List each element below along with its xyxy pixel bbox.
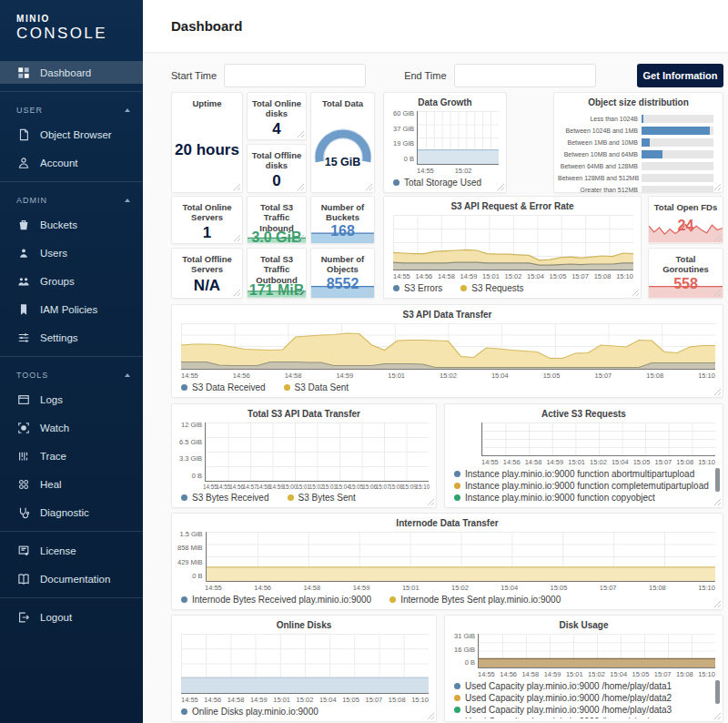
resize-grip[interactable] (713, 183, 721, 190)
start-time-field[interactable] (224, 64, 366, 87)
minio-logo: MINIO CONSOLE (0, 0, 143, 56)
dashboard-content: Start Time End Time Get Information Upti… (143, 52, 728, 722)
trace-icon (16, 449, 30, 463)
online-disks-plot (181, 634, 429, 694)
collapse-chevron-icon[interactable] (125, 108, 130, 112)
diagnostic-icon (16, 505, 30, 519)
goroutines-sparkline: 558 (649, 275, 723, 298)
sidebar-item-label: Users (40, 248, 67, 259)
x-axis-ticks: 14:5514:5614:5814:5915:0115:0215:0415:05… (445, 456, 723, 466)
y-axis-ticks: 60 GiB37 GiB19 GiB0 B (389, 109, 417, 163)
disk-usage-card: Disk Usage 31 GiB16 GiB0 B 14:5514:5614:… (444, 615, 723, 722)
internode-plot (206, 532, 715, 582)
resize-grip[interactable] (497, 183, 504, 190)
sidebar-divider (0, 597, 143, 598)
uptime-value: 20 hours (175, 141, 239, 159)
chart-title: Internode Data Transfer (172, 514, 723, 530)
sidebar-item-trace[interactable]: Trace (0, 444, 143, 467)
resize-grip[interactable] (297, 234, 304, 241)
dashboard-icon (16, 66, 30, 79)
resize-grip[interactable] (632, 289, 639, 296)
card-title: Total Open FDs (649, 197, 723, 212)
sidebar-item-buckets[interactable]: Buckets (0, 213, 143, 236)
sidebar-item-account[interactable]: Account (0, 151, 143, 174)
s3-api-request-error-rate-card: S3 API Request & Error Rate 14:5514:5614… (383, 196, 642, 299)
logs-icon (16, 392, 30, 406)
chart-legend: Used Capacity play.minio.io:9000 /home/p… (445, 678, 723, 718)
resize-grip[interactable] (365, 183, 372, 190)
bar-row: Between 10MB and 64MB (558, 150, 713, 158)
sidebar-item-watch[interactable]: Watch (0, 416, 143, 439)
settings-icon (16, 331, 30, 344)
sidebar-item-label: Trace (40, 451, 66, 462)
start-time-input[interactable] (236, 65, 365, 87)
sidebar-item-iam-policies[interactable]: IAM Policies (0, 298, 143, 321)
y-axis-ticks: 12 GiB6.5 GiB3.3 GiB0 B (177, 421, 205, 480)
legend-scrollbar[interactable] (715, 468, 720, 492)
resize-grip[interactable] (297, 183, 304, 190)
logout-icon (16, 610, 30, 624)
sidebar-section-tools[interactable]: TOOLS (0, 364, 143, 382)
resize-grip[interactable] (365, 234, 372, 241)
x-axis-ticks: 14:5514:5614:5814:5915:0115:0215:0415:05… (384, 270, 641, 280)
resize-grip[interactable] (365, 289, 372, 296)
sidebar-item-license[interactable]: License (0, 539, 143, 562)
sidebar-item-logs[interactable]: Logs (0, 388, 143, 411)
resize-grip[interactable] (297, 130, 304, 137)
chart-title: Data Growth (384, 93, 506, 109)
chart-legend: Total Storage Used (384, 175, 506, 189)
resize-grip[interactable] (713, 600, 721, 607)
resize-grip[interactable] (713, 388, 721, 395)
resize-grip[interactable] (713, 234, 721, 241)
sidebar-item-heal[interactable]: Heal (0, 473, 143, 495)
resize-grip[interactable] (233, 234, 240, 241)
request-error-rate-plot (393, 215, 633, 270)
end-time-field[interactable] (454, 64, 596, 87)
legend-scroll-area[interactable]: Instance play.minio.io:9000 function abo… (445, 466, 723, 504)
number-of-buckets-card: Number of Buckets 168 (310, 196, 375, 244)
collapse-chevron-icon[interactable] (125, 199, 130, 202)
resize-grip[interactable] (713, 289, 721, 296)
collapse-chevron-icon[interactable] (125, 373, 130, 377)
card-title: Total Data (311, 93, 374, 108)
sidebar-item-groups[interactable]: Groups (0, 270, 143, 292)
sidebar-item-label: Logs (40, 394, 63, 405)
sidebar-item-label: Object Browser (40, 129, 112, 140)
sidebar-item-dashboard[interactable]: Dashboard (0, 61, 143, 84)
legend-scroll-area[interactable]: Used Capacity play.minio.io:9000 /home/p… (445, 678, 723, 718)
sidebar-section-admin[interactable]: ADMIN (0, 189, 143, 208)
sidebar-section-user[interactable]: USER (0, 99, 143, 117)
card-title: Total Offline disks (248, 145, 306, 171)
open-fds-value: 24 (649, 218, 723, 234)
active-s3-requests-card: Active S3 Requests 14:5514:5614:5814:591… (444, 403, 723, 508)
resize-grip[interactable] (713, 712, 721, 719)
sidebar-item-settings[interactable]: Settings (0, 326, 143, 349)
bar-row: Greater than 512MB (558, 186, 713, 193)
resize-grip[interactable] (427, 498, 434, 505)
sidebar-item-documentation[interactable]: Documentation (0, 567, 143, 590)
sidebar-item-label: Groups (40, 276, 75, 287)
sidebar-item-object-browser[interactable]: Object Browser (0, 123, 143, 146)
object-size-distribution-card: Object size distribution Less than 1024B… (553, 92, 723, 193)
resize-grip[interactable] (427, 712, 434, 719)
get-information-button[interactable]: Get Information (637, 64, 723, 87)
sidebar-item-diagnostic[interactable]: Diagnostic (0, 501, 143, 524)
resize-grip[interactable] (233, 289, 240, 296)
end-time-input[interactable] (466, 65, 595, 87)
sidebar-item-label: Heal (40, 479, 62, 490)
resize-grip[interactable] (233, 183, 240, 190)
legend-scrollbar[interactable] (715, 680, 720, 704)
chart-title: S3 API Data Transfer (172, 305, 723, 321)
resize-grip[interactable] (297, 289, 304, 296)
card-title: Number of Buckets (311, 197, 374, 223)
sidebar-item-label: Settings (40, 332, 78, 343)
sidebar-item-label: License (40, 545, 76, 556)
card-title: Total Online disks (248, 93, 306, 119)
offline-servers-value: N/A (194, 277, 220, 295)
bar-row: Less than 1024B (558, 115, 713, 123)
sidebar-item-logout[interactable]: Logout (0, 606, 143, 628)
resize-grip[interactable] (713, 498, 721, 505)
object-browser-icon (16, 127, 30, 141)
chart-legend: Internode Bytes Received play.minio.io:9… (172, 592, 723, 606)
sidebar-item-users[interactable]: Users (0, 241, 143, 264)
